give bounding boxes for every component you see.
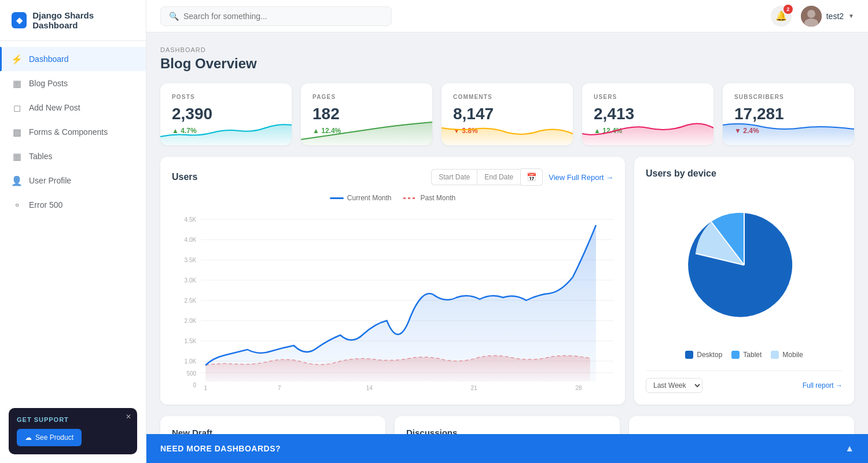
blog-icon: ▦ bbox=[12, 78, 22, 89]
pie-footer: Last Week Last Month Last Year Full repo… bbox=[646, 370, 843, 393]
chevron-down-icon: ▼ bbox=[848, 13, 854, 19]
content-area: DASHBOARD Blog Overview POSTS 2,390 ▲ 4.… bbox=[146, 32, 868, 463]
sidebar-item-label: User Profile bbox=[29, 176, 71, 185]
svg-text:3.0K: 3.0K bbox=[185, 277, 197, 284]
stat-label: COMMENTS bbox=[453, 94, 561, 100]
support-title: GET SUPPORT bbox=[17, 416, 129, 423]
svg-text:2.5K: 2.5K bbox=[185, 297, 197, 304]
legend-past-month: Past Month bbox=[403, 194, 456, 202]
pie-chart-title: Users by device bbox=[646, 168, 843, 179]
desktop-dot bbox=[685, 351, 693, 359]
svg-text:28: 28 bbox=[575, 385, 582, 391]
stat-label: USERS bbox=[594, 94, 702, 100]
breadcrumb: DASHBOARD bbox=[160, 46, 854, 53]
cloud-icon: ☁ bbox=[25, 433, 32, 442]
pie-chart bbox=[646, 179, 843, 351]
current-month-legend-icon bbox=[330, 197, 344, 199]
device-chart-card: Users by device bbox=[634, 157, 854, 405]
chart-title: Users bbox=[172, 172, 197, 182]
legend-mobile: Mobile bbox=[771, 351, 803, 359]
legend-tablet: Tablet bbox=[731, 351, 762, 359]
dashboard-icon: ⚡ bbox=[12, 54, 22, 64]
mini-chart-subscribers bbox=[723, 116, 854, 145]
forms-icon: ▩ bbox=[12, 127, 22, 137]
support-box: ✕ GET SUPPORT ☁ See Product bbox=[9, 408, 137, 454]
banner-text: NEED MORE DASHBOARDS? bbox=[160, 444, 281, 453]
sidebar-item-label: Add New Post bbox=[29, 103, 80, 112]
chart-header: Users Start Date End Date 📅 View Full Re… bbox=[172, 168, 613, 186]
svg-text:4.0K: 4.0K bbox=[185, 237, 197, 243]
mini-chart-posts bbox=[160, 116, 292, 145]
sidebar-item-label: Dashboard bbox=[29, 54, 69, 64]
sidebar-item-add-post[interactable]: ◻ Add New Post bbox=[0, 95, 146, 120]
sidebar-item-label: Blog Posts bbox=[29, 79, 68, 88]
sidebar-item-tables[interactable]: ▦ Tables bbox=[0, 144, 146, 168]
sidebar-item-error-500[interactable]: ⚬ Error 500 bbox=[0, 193, 146, 217]
sidebar-item-forms[interactable]: ▩ Forms & Components bbox=[0, 120, 146, 144]
pie-legend: Desktop Tablet Mobile bbox=[646, 351, 843, 359]
legend-label: Past Month bbox=[421, 194, 456, 202]
stat-card-comments: COMMENTS 8,147 ▼ 3.8% bbox=[442, 83, 573, 145]
chart-legend: Current Month Past Month bbox=[172, 194, 613, 202]
sidebar-logo: ◆ Django Shards Dashboard bbox=[0, 0, 146, 41]
app-name: Django Shards Dashboard bbox=[32, 10, 134, 30]
time-period-select[interactable]: Last Week Last Month Last Year bbox=[646, 378, 703, 393]
chart-row: Users Start Date End Date 📅 View Full Re… bbox=[160, 157, 854, 405]
start-date-input[interactable]: Start Date bbox=[431, 169, 477, 185]
main-content: 🔍 🔔 2 test2 ▼ DASHBOARD bbox=[146, 0, 868, 463]
search-box[interactable]: 🔍 bbox=[160, 6, 392, 26]
past-month-legend-icon bbox=[403, 197, 417, 199]
see-product-button[interactable]: ☁ See Product bbox=[17, 429, 82, 446]
header-right: 🔔 2 test2 ▼ bbox=[771, 6, 854, 27]
add-post-icon: ◻ bbox=[12, 102, 22, 113]
svg-text:500: 500 bbox=[186, 370, 196, 377]
full-report-link[interactable]: Full report → bbox=[803, 381, 843, 389]
legend-label: Current Month bbox=[347, 194, 392, 202]
sidebar-item-label: Forms & Components bbox=[29, 127, 108, 137]
legend-label: Desktop bbox=[697, 351, 722, 359]
legend-label: Mobile bbox=[782, 351, 803, 359]
notification-badge: 2 bbox=[784, 5, 793, 14]
tables-icon: ▦ bbox=[12, 151, 22, 161]
sidebar-item-label: Error 500 bbox=[29, 200, 62, 210]
search-icon: 🔍 bbox=[169, 12, 179, 21]
support-close-button[interactable]: ✕ bbox=[126, 413, 131, 421]
user-menu[interactable]: test2 ▼ bbox=[801, 6, 854, 27]
svg-text:1.5K: 1.5K bbox=[185, 338, 197, 344]
svg-text:2.0K: 2.0K bbox=[185, 318, 197, 324]
view-report-button[interactable]: View Full Report → bbox=[549, 173, 613, 182]
notifications-button[interactable]: 🔔 2 bbox=[771, 6, 792, 27]
legend-desktop: Desktop bbox=[685, 351, 722, 359]
banner-close-button[interactable]: ▲ bbox=[845, 443, 854, 454]
sidebar-item-dashboard[interactable]: ⚡ Dashboard bbox=[0, 47, 146, 71]
logo-icon: ◆ bbox=[12, 12, 27, 28]
tablet-dot bbox=[731, 351, 740, 359]
svg-text:14: 14 bbox=[366, 385, 373, 391]
svg-text:21: 21 bbox=[470, 385, 477, 391]
svg-text:4.5K: 4.5K bbox=[185, 216, 197, 223]
mobile-dot bbox=[771, 351, 779, 359]
stat-label: PAGES bbox=[312, 94, 421, 100]
dashboards-banner: NEED MORE DASHBOARDS? ▲ bbox=[146, 434, 868, 463]
user-name: test2 bbox=[826, 12, 844, 21]
search-input[interactable] bbox=[183, 12, 383, 21]
date-range: Start Date End Date 📅 bbox=[431, 168, 543, 186]
avatar bbox=[801, 6, 822, 27]
main-chart: 4.5K 4.0K 3.5K 3.0K 2.5K 2.0K 1.5K 1.0K … bbox=[172, 208, 613, 393]
sidebar-item-user-profile[interactable]: 👤 User Profile bbox=[0, 168, 146, 193]
mini-chart-comments bbox=[442, 116, 573, 145]
sidebar: ◆ Django Shards Dashboard ⚡ Dashboard ▦ … bbox=[0, 0, 146, 463]
sidebar-item-blog-posts[interactable]: ▦ Blog Posts bbox=[0, 71, 146, 95]
calendar-button[interactable]: 📅 bbox=[521, 168, 543, 186]
svg-text:3.5K: 3.5K bbox=[185, 257, 197, 263]
svg-text:1.0K: 1.0K bbox=[185, 358, 197, 365]
legend-label: Tablet bbox=[743, 351, 762, 359]
stat-cards: POSTS 2,390 ▲ 4.7% PAGES 182 ▲ 12.4% bbox=[160, 83, 854, 145]
legend-current-month: Current Month bbox=[330, 194, 392, 202]
mini-chart-pages bbox=[301, 116, 432, 145]
stat-label: POSTS bbox=[172, 94, 280, 100]
sidebar-item-label: Tables bbox=[29, 152, 52, 161]
end-date-input[interactable]: End Date bbox=[477, 169, 521, 185]
mini-chart-users bbox=[582, 116, 713, 145]
svg-text:1: 1 bbox=[204, 385, 207, 391]
